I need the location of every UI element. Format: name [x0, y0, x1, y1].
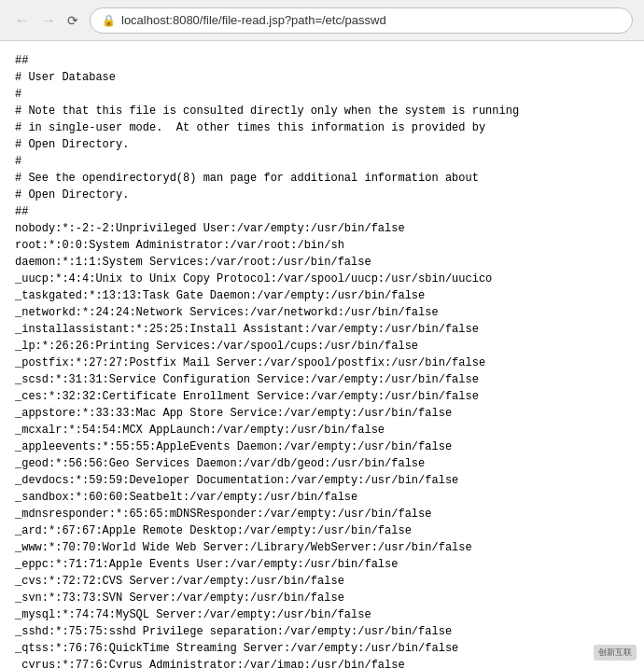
- forward-button[interactable]: →: [37, 11, 60, 30]
- browser-toolbar: ← → ⟳ 🔒 localhost:8080/file/file-read.js…: [0, 0, 644, 41]
- address-bar[interactable]: 🔒 localhost:8080/file/file-read.jsp?path…: [90, 7, 633, 34]
- back-button[interactable]: ←: [11, 11, 34, 30]
- url-display: localhost:8080/file/file-read.jsp?path=/…: [121, 13, 386, 27]
- content-area: ## # User Database # # Note that this fi…: [0, 41, 644, 668]
- nav-buttons: ← → ⟳: [11, 11, 82, 30]
- reload-button[interactable]: ⟳: [63, 11, 82, 30]
- watermark: 创新互联: [594, 645, 637, 661]
- file-content: ## # User Database # # Note that this fi…: [15, 52, 629, 668]
- lock-icon: 🔒: [102, 14, 116, 27]
